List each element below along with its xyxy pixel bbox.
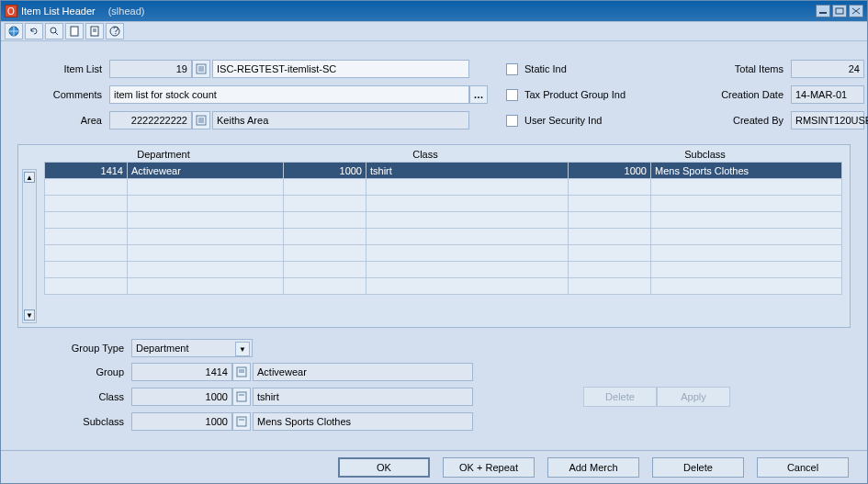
item-list-id-field: 19 [109, 60, 192, 78]
tax-product-checkbox[interactable] [506, 89, 524, 101]
comments-label: Comments [17, 89, 109, 100]
table-scrollbar[interactable]: ▲ ▼ [22, 169, 37, 323]
delete-button[interactable]: Delete [652, 457, 744, 478]
window-frame: O Item List Header (slhead) ? Item List … [0, 0, 868, 484]
class-lov-button[interactable] [232, 388, 251, 406]
user-security-checkbox[interactable] [506, 115, 524, 127]
area-name-field: Keiths Area [212, 111, 469, 129]
creation-date-label: Creation Date [708, 89, 791, 100]
area-lov-button[interactable] [192, 111, 210, 129]
created-by-field: RMSINT120USER [791, 111, 864, 129]
area-label: Area [17, 115, 109, 126]
window-subtitle: (slhead) [108, 6, 145, 17]
action-bar: OK OK + Repeat Add Merch Delete Cancel [1, 450, 867, 483]
close-button[interactable] [849, 5, 863, 17]
subclass-lov-button[interactable] [232, 412, 251, 431]
detail-apply-button[interactable]: Apply [657, 387, 730, 407]
group-label: Group [39, 366, 131, 377]
group-name-field: Activewear [253, 363, 473, 381]
content-area: Item List 19 ISC-REGTEST-itemlist-SC Sta… [1, 41, 867, 438]
svg-rect-7 [71, 27, 78, 36]
ok-repeat-button[interactable]: OK + Repeat [443, 457, 535, 478]
toolbar: ? [1, 21, 867, 41]
table-row[interactable] [45, 196, 842, 212]
scroll-up-icon[interactable]: ▲ [24, 172, 35, 183]
class-name-field: tshirt [253, 388, 473, 406]
total-items-field: 24 [791, 60, 864, 78]
static-ind-checkbox[interactable] [506, 63, 524, 75]
svg-rect-26 [237, 417, 246, 426]
area-id-field: 2222222222 [109, 111, 192, 129]
class-id-field: 1000 [131, 388, 232, 406]
svg-rect-24 [237, 392, 246, 401]
static-ind-label: Static Ind [524, 63, 708, 74]
item-list-label: Item List [17, 63, 109, 74]
col-subclass: Subclass [568, 149, 842, 160]
tax-product-label: Tax Product Group Ind [524, 89, 708, 100]
group-type-label: Group Type [39, 343, 131, 354]
refresh-icon[interactable] [25, 23, 43, 39]
merch-hierarchy-panel: ▲ ▼ Department Class Subclass 1414 [17, 144, 851, 328]
total-items-label: Total Items [708, 63, 791, 74]
subclass-id-field: 1000 [131, 412, 232, 431]
col-class: Class [283, 149, 568, 160]
table-row[interactable] [45, 278, 842, 295]
comments-field[interactable]: item list for stock count [109, 85, 469, 104]
item-list-name-field[interactable]: ISC-REGTEST-itemlist-SC [212, 60, 469, 78]
add-merch-button[interactable]: Add Merch [547, 457, 639, 478]
table-row[interactable] [45, 212, 842, 229]
subclass-label: Subclass [39, 416, 131, 427]
creation-date-field: 14-MAR-01 [791, 85, 864, 104]
comments-edit-button[interactable]: … [469, 85, 488, 104]
created-by-label: Created By [708, 115, 791, 126]
report-icon[interactable] [85, 23, 104, 39]
table-column-headers: Department Class Subclass [44, 145, 842, 162]
document-icon[interactable] [65, 23, 84, 39]
svg-rect-1 [836, 8, 843, 14]
svg-text:?: ? [113, 25, 118, 36]
class-label: Class [39, 391, 131, 402]
oracle-icon: O [5, 5, 17, 17]
table-row[interactable] [45, 262, 842, 278]
scroll-down-icon[interactable]: ▼ [24, 310, 35, 321]
table-row[interactable]: 1414 Activewear 1000 tshirt 1000 Mens Sp… [45, 163, 842, 179]
chevron-down-icon[interactable]: ▼ [235, 342, 250, 356]
find-icon[interactable] [45, 23, 63, 39]
window-title: Item List Header [21, 6, 96, 17]
group-id-field: 1414 [131, 363, 232, 381]
subclass-name-field: Mens Sports Clothes [253, 412, 473, 431]
minimize-button[interactable] [816, 5, 830, 17]
group-type-dropdown[interactable]: Department ▼ [131, 339, 253, 357]
col-department: Department [44, 149, 283, 160]
item-list-lov-button[interactable] [192, 60, 210, 78]
title-bar: O Item List Header (slhead) [1, 1, 867, 21]
table-row[interactable] [45, 229, 842, 245]
table-row[interactable] [45, 245, 842, 262]
merch-table[interactable]: 1414 Activewear 1000 tshirt 1000 Mens Sp… [44, 162, 842, 295]
maximize-button[interactable] [832, 5, 847, 17]
svg-line-6 [55, 32, 58, 35]
cancel-button[interactable]: Cancel [757, 457, 849, 478]
user-security-label: User Security Ind [524, 115, 708, 126]
table-row[interactable] [45, 179, 842, 196]
globe-icon[interactable] [5, 23, 23, 39]
ok-button[interactable]: OK [338, 457, 430, 478]
group-lov-button[interactable] [232, 363, 251, 381]
help-icon[interactable]: ? [106, 23, 124, 39]
detail-delete-button[interactable]: Delete [583, 387, 657, 407]
